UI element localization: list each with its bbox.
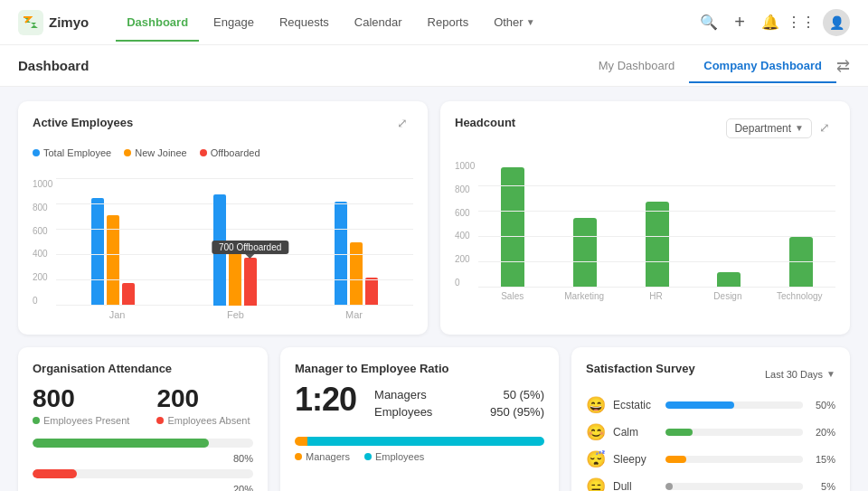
svg-rect-0 xyxy=(18,10,43,35)
x-labels: Jan Feb Mar xyxy=(33,309,413,320)
nav-reports[interactable]: Reports xyxy=(417,3,480,42)
search-icon[interactable]: 🔍 xyxy=(700,14,718,32)
bar-mar-total xyxy=(335,202,347,306)
nav-requests[interactable]: Requests xyxy=(269,3,340,42)
ratio-bar xyxy=(295,437,544,446)
bars-area: 700 Offboarded xyxy=(56,179,413,306)
hc-y-axis: 0 200 400 600 800 1000 xyxy=(455,161,478,288)
filter-icon[interactable]: ⇄ xyxy=(836,56,850,76)
navbar: Zimyo Dashboard Engage Requests Calendar… xyxy=(0,0,868,45)
sat-ecstatic: 😄 Ecstatic 50% xyxy=(586,395,835,415)
row-2: Organisation Attendance 800 Employees Pr… xyxy=(18,347,850,491)
headcount-expand-icon[interactable]: ⤢ xyxy=(819,120,835,137)
sat-dull: 😑 Dull 5% xyxy=(586,477,835,491)
sat-dropdown[interactable]: Last 30 Days ▼ xyxy=(765,369,835,380)
nav-dashboard[interactable]: Dashboard xyxy=(116,3,199,42)
active-employees-chart: 0 200 400 600 800 1000 xyxy=(33,165,413,320)
ratio-legend: Managers Employees xyxy=(295,451,544,462)
tab-my-dashboard[interactable]: My Dashboard xyxy=(584,48,690,83)
ratio-stats-block: Managers 50 (5%) Employees 950 (95%) xyxy=(374,388,544,422)
hc-x-technology: Technology xyxy=(764,291,835,301)
absent-label: Employees Absent xyxy=(156,415,250,426)
present-bar xyxy=(33,439,209,448)
ecstatic-label: Ecstatic xyxy=(613,399,658,411)
absent-dot xyxy=(156,417,164,424)
present-bar-wrap xyxy=(33,439,253,448)
dept-chevron-icon: ▼ xyxy=(795,123,804,133)
satisfaction-title: Satisfaction Survey xyxy=(586,362,695,375)
hc-bar-sales xyxy=(478,161,547,288)
absent-progress: 20% xyxy=(33,469,253,491)
dull-label: Dull xyxy=(613,480,658,491)
hc-bar-marketing xyxy=(551,161,619,288)
avatar[interactable]: 👤 xyxy=(823,9,850,36)
legend-employees: Employees xyxy=(364,451,424,462)
dept-dropdown[interactable]: Department ▼ xyxy=(726,118,812,138)
grid-icon[interactable]: ⋮⋮ xyxy=(792,14,810,32)
ratio-title: Manager to Employee Ratio xyxy=(295,362,448,375)
tab-company-dashboard[interactable]: Company Dashboard xyxy=(689,48,836,83)
legend-off: Offboarded xyxy=(200,147,260,158)
bar-jan-total xyxy=(91,198,104,306)
absent-pct: 20% xyxy=(33,484,253,491)
hc-x-marketing: Marketing xyxy=(548,291,619,301)
bar-feb: 700 Offboarded xyxy=(178,194,292,306)
headcount-header: Headcount Department ▼ ⤢ xyxy=(455,116,835,140)
active-employees-card: Active Employees ⤢ Total Employee New Jo… xyxy=(18,101,428,335)
present-dot xyxy=(33,417,40,424)
add-icon[interactable]: + xyxy=(731,14,749,32)
bar-jan-new xyxy=(107,215,119,306)
legend-total: Total Employee xyxy=(33,147,111,158)
satisfaction-card: Satisfaction Survey Last 30 Days ▼ 😄 Ecs… xyxy=(571,347,850,491)
sat-calm: 😊 Calm 20% xyxy=(586,422,835,442)
nav-actions: 🔍 + 🔔 ⋮⋮ 👤 xyxy=(700,9,850,36)
sub-nav: Dashboard My Dashboard Company Dashboard… xyxy=(0,45,868,87)
absent-bar xyxy=(33,469,77,478)
absent-block: 200 Employees Absent xyxy=(156,384,250,426)
chart-legend: Total Employee New Joinee Offboarded xyxy=(33,147,413,158)
attendance-title: Organisation Attendance xyxy=(33,362,172,375)
ratio-card: Manager to Employee Ratio 1:20 Managers … xyxy=(280,347,559,491)
bar-mar xyxy=(299,202,413,306)
bar-mar-new xyxy=(350,242,363,306)
ratio-display: 1:20 xyxy=(295,381,356,419)
ratio-content: 1:20 Managers 50 (5%) Employees 950 (95%… xyxy=(295,381,544,430)
notification-icon[interactable]: 🔔 xyxy=(761,14,779,32)
nav-other[interactable]: Other ▼ xyxy=(483,3,545,42)
sleepy-emoji: 😴 xyxy=(586,449,606,469)
bar-feb-new xyxy=(229,249,241,306)
headcount-chart: 0 200 400 600 800 1000 xyxy=(455,147,835,288)
absent-bar-wrap xyxy=(33,469,253,478)
sub-nav-tabs: My Dashboard Company Dashboard xyxy=(584,48,836,83)
bar-feb-off: 700 Offboarded xyxy=(244,258,257,306)
x-label-mar: Mar xyxy=(295,309,413,320)
expand-icon[interactable]: ⤢ xyxy=(397,116,413,132)
hc-x-labels: Sales Marketing HR Design Technology xyxy=(455,291,835,301)
logo-text: Zimyo xyxy=(49,14,89,30)
calm-bar xyxy=(665,429,693,436)
hc-bar-technology xyxy=(767,161,835,288)
ratio-bar-managers xyxy=(295,437,307,446)
x-label-feb: Feb xyxy=(176,309,295,320)
hc-x-sales: Sales xyxy=(476,291,548,301)
active-employees-title: Active Employees xyxy=(33,116,133,129)
hc-x-design: Design xyxy=(692,291,763,301)
row-1: Active Employees ⤢ Total Employee New Jo… xyxy=(18,101,850,335)
calm-pct: 20% xyxy=(810,427,835,438)
legend-managers: Managers xyxy=(295,451,350,462)
nav-calendar[interactable]: Calendar xyxy=(344,3,413,42)
dull-bar xyxy=(665,483,673,490)
nav-engage[interactable]: Engage xyxy=(203,3,265,42)
ratio-managers-row: Managers 50 (5%) xyxy=(374,388,544,401)
headcount-card: Headcount Department ▼ ⤢ 0 200 400 600 8… xyxy=(440,101,850,335)
present-progress: 80% xyxy=(33,439,253,464)
hc-x-hr: HR xyxy=(620,291,692,301)
y-axis: 0 200 400 600 800 1000 xyxy=(33,179,56,306)
hc-bar-design xyxy=(695,161,764,288)
attendance-card: Organisation Attendance 800 Employees Pr… xyxy=(18,347,268,491)
ecstatic-bar xyxy=(665,401,734,409)
hc-bars xyxy=(478,161,835,288)
content: Active Employees ⤢ Total Employee New Jo… xyxy=(0,87,868,491)
logo[interactable]: Zimyo xyxy=(18,10,89,35)
satisfaction-header: Satisfaction Survey Last 30 Days ▼ xyxy=(586,362,835,386)
